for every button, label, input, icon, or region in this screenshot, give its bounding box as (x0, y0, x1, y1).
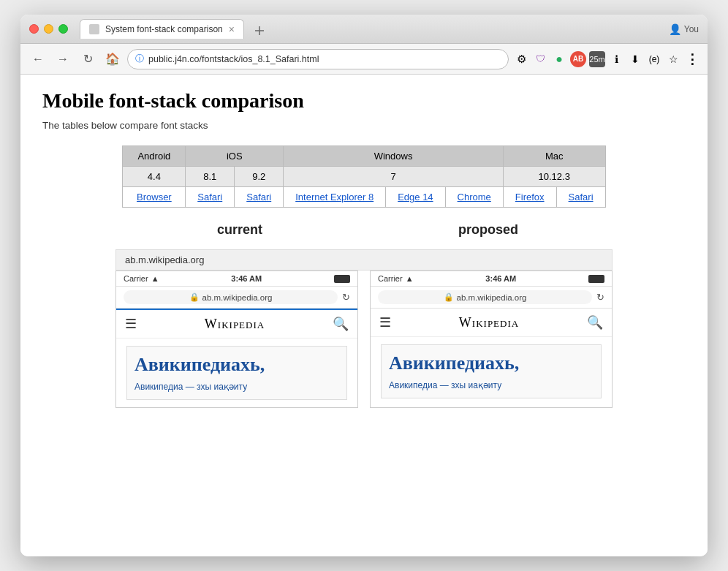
lock-icon-left: 🔒 (189, 292, 200, 302)
user-badge: 👤 You (669, 23, 699, 35)
phone-time-right: 3:46 AM (414, 274, 588, 283)
timer-icon[interactable]: 25m (589, 51, 605, 67)
comparison-table: Android iOS Windows Mac 4.4 8.1 9.2 7 10… (122, 145, 605, 208)
phone-content-left: Авикипедиахь, Авикипедиа — зхы иақәиту (116, 339, 357, 407)
tab-close-button[interactable]: × (229, 23, 235, 35)
phone-carrier-left: Carrier ▲ (124, 274, 159, 283)
android-version: 4.4 (123, 167, 186, 187)
browser-row: Browser Safari Safari Internet Explorer … (123, 187, 605, 208)
phone-status-bar-right: Carrier ▲ 3:46 AM (371, 271, 612, 286)
url-strip: ab.m.wikipedia.org (115, 249, 613, 271)
phone-url-bar-right: 🔒 ab.m.wikipedia.org (378, 290, 592, 304)
browser-firefox-link[interactable]: Firefox (515, 192, 545, 203)
hamburger-icon-right: ☰ (379, 314, 391, 330)
browser-safari: Safari (556, 187, 605, 208)
secure-icon: ⓘ (135, 53, 144, 65)
wifi-icon-right: ▲ (406, 274, 414, 283)
phone-address-text-right: ab.m.wikipedia.org (457, 293, 527, 302)
proposed-label: proposed (364, 222, 613, 238)
browser-edge-link[interactable]: Edge 14 (398, 192, 433, 203)
browser-safari-link[interactable]: Safari (569, 192, 594, 203)
carrier-text-right: Carrier (378, 274, 403, 283)
browser-ios1-link[interactable]: Safari (197, 192, 222, 203)
forward-button[interactable]: → (53, 49, 73, 69)
th-windows: Windows (284, 146, 504, 167)
reload-icon-right: ↻ (596, 292, 604, 303)
search-icon-right: 🔍 (587, 314, 603, 330)
translate-icon[interactable]: (e) (646, 51, 662, 67)
phone-subtext-left: Авикипедиа — зхы иақәиту (134, 382, 339, 392)
pocket-icon[interactable]: 🛡 (532, 51, 548, 67)
bookmark-icon[interactable]: ☆ (665, 51, 681, 67)
page-subtitle: The tables below compare font stacks (42, 120, 686, 131)
wikipedia-title-right: Wikipedia (459, 315, 519, 330)
back-button[interactable]: ← (28, 49, 48, 69)
phone-battery-right (588, 275, 604, 283)
refresh-button[interactable]: ↻ (77, 49, 98, 69)
traffic-lights (29, 24, 68, 34)
preview-url: ab.m.wikipedia.org (125, 254, 204, 265)
phone-heading-left: Авикипедиахь, (134, 354, 339, 376)
info-icon[interactable]: ℹ (608, 51, 624, 67)
browser-ie: Internet Explorer 8 (284, 187, 386, 208)
refresh-icon: ↻ (83, 52, 93, 66)
title-bar: System font-stack comparison × 👤 You (20, 15, 708, 44)
forward-icon: → (57, 53, 69, 66)
phone-nav-bar-left: ☰ Wikipedia 🔍 (116, 310, 357, 339)
phone-preview-current: Carrier ▲ 3:46 AM 🔒 ab.m.wikipedia.org ↻ (115, 271, 358, 408)
phone-nav-bar-right: ☰ Wikipedia 🔍 (371, 309, 612, 337)
browser-ie-link[interactable]: Internet Explorer 8 (295, 192, 374, 203)
carrier-text-left: Carrier (124, 274, 148, 283)
phone-content-inner-left: Авикипедиахь, Авикипедиа — зхы иақәиту (126, 346, 347, 400)
phone-heading-right: Авикипедиахь, (389, 352, 594, 374)
maximize-button[interactable] (58, 24, 68, 34)
minimize-button[interactable] (44, 24, 53, 34)
new-tab-button[interactable] (250, 23, 269, 39)
version-row: 4.4 8.1 9.2 7 10.12.3 (123, 167, 605, 187)
phone-content-inner-right: Авикипедиахь, Авикипедиа — зхы иақәиту (381, 344, 602, 398)
browser-chrome: Chrome (445, 187, 503, 208)
extensions-icon[interactable]: ⚙ (513, 51, 529, 67)
active-tab[interactable]: System font-stack comparison × (80, 19, 244, 39)
phone-address-bar-left: 🔒 ab.m.wikipedia.org ↻ (116, 286, 357, 309)
adblock-icon[interactable]: AB (570, 51, 586, 67)
browser-firefox: Firefox (503, 187, 556, 208)
phone-preview-proposed: Carrier ▲ 3:46 AM 🔒 ab.m.wikipedia.org ↻ (370, 271, 613, 408)
home-icon: 🏠 (105, 52, 120, 66)
browser-ios1: Safari (186, 187, 235, 208)
ios-version-2: 9.2 (235, 167, 284, 187)
menu-icon[interactable]: ⋮ (684, 51, 700, 67)
phone-address-text-left: ab.m.wikipedia.org (202, 293, 273, 302)
nav-bar: ← → ↻ 🏠 ⓘ public.j4n.co/fontstack/ios_8.… (20, 44, 708, 75)
th-android: Android (123, 146, 186, 167)
page-title: Mobile font-stack comparison (42, 89, 686, 113)
user-label: You (684, 24, 699, 34)
wikipedia-title-left: Wikipedia (205, 317, 265, 332)
phone-time-left: 3:46 AM (159, 274, 334, 283)
th-ios: iOS (186, 146, 284, 167)
windows-version: 7 (284, 167, 504, 187)
phone-url-bar-left: 🔒 ab.m.wikipedia.org (124, 290, 338, 304)
nav-icons-right: ⚙ 🛡 ● AB 25m ℹ ⬇ (e) ☆ ⋮ (513, 51, 700, 67)
browser-ios2-link[interactable]: Safari (246, 192, 271, 203)
shield-icon[interactable]: ● (551, 51, 567, 67)
page-content: Mobile font-stack comparison The tables … (20, 75, 708, 556)
current-label: current (115, 222, 364, 238)
phone-battery-left (334, 275, 350, 283)
tab-favicon (89, 24, 99, 34)
plus-icon (254, 26, 265, 36)
browser-ios2: Safari (235, 187, 284, 208)
browser-android: Browser (123, 187, 186, 208)
browser-chrome-link[interactable]: Chrome (458, 192, 491, 203)
phone-status-bar-left: Carrier ▲ 3:46 AM (116, 271, 357, 286)
user-icon: 👤 (669, 23, 681, 35)
hamburger-icon-left: ☰ (125, 316, 137, 332)
address-bar[interactable]: ⓘ public.j4n.co/fontstack/ios_8.1_Safari… (127, 49, 509, 69)
browser-android-link[interactable]: Browser (137, 192, 172, 203)
search-icon-left: 🔍 (333, 316, 349, 332)
home-button[interactable]: 🏠 (102, 49, 123, 69)
close-button[interactable] (29, 24, 39, 34)
download-icon[interactable]: ⬇ (627, 51, 643, 67)
phone-previews: Carrier ▲ 3:46 AM 🔒 ab.m.wikipedia.org ↻ (115, 271, 613, 408)
reload-icon-left: ↻ (342, 292, 350, 303)
